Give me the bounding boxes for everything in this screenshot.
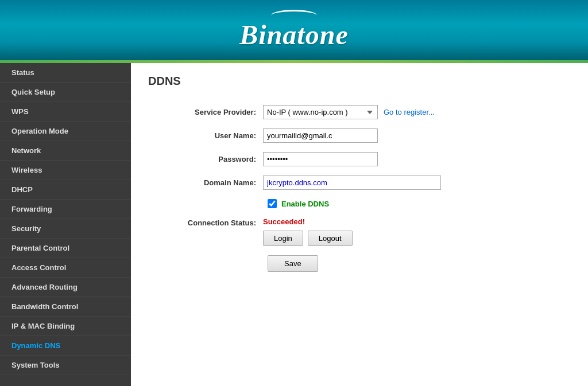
sidebar-item-forwarding[interactable]: Forwarding (0, 200, 131, 219)
sidebar-item-bandwidth-control[interactable]: Bandwidth Control (0, 297, 131, 317)
sidebar: Status Quick Setup WPS Operation Mode Ne… (0, 63, 131, 386)
sidebar-item-access-control[interactable]: Access Control (0, 258, 131, 278)
service-provider-label: Service Provider: (171, 108, 263, 116)
sidebar-item-system-tools[interactable]: System Tools (0, 356, 131, 375)
username-input[interactable] (263, 128, 378, 143)
password-row: Password: (171, 152, 571, 166)
save-button[interactable]: Save (268, 255, 318, 272)
connection-status-block: Succeeded! Login Logout (263, 217, 353, 246)
password-input[interactable] (263, 152, 378, 166)
sidebar-item-dhcp[interactable]: DHCP (0, 180, 131, 200)
service-provider-select[interactable]: No-IP ( www.no-ip.com ) (263, 105, 378, 119)
password-control (263, 152, 378, 166)
sidebar-item-parental-control[interactable]: Parental Control (0, 239, 131, 258)
domain-name-label: Domain Name: (171, 178, 263, 187)
domain-name-row: Domain Name: (171, 176, 571, 190)
save-row: Save (268, 255, 571, 272)
login-button[interactable]: Login (263, 231, 303, 246)
sidebar-item-security[interactable]: Security (0, 219, 131, 239)
sidebar-item-wireless[interactable]: Wireless (0, 161, 131, 180)
sidebar-item-status[interactable]: Status (0, 63, 131, 83)
header: Binatone (0, 0, 588, 60)
main-layout: Status Quick Setup WPS Operation Mode Ne… (0, 63, 588, 386)
logout-button[interactable]: Logout (308, 231, 353, 246)
connection-status-label: Connection Status: (171, 217, 263, 227)
sidebar-item-quick-setup[interactable]: Quick Setup (0, 83, 131, 102)
enable-ddns-label: Enable DDNS (281, 200, 329, 208)
logo: Binatone (239, 10, 348, 50)
enable-ddns-checkbox[interactable] (268, 199, 277, 208)
service-provider-row: Service Provider: No-IP ( www.no-ip.com … (171, 105, 571, 119)
sidebar-item-advanced-routing[interactable]: Advanced Routing (0, 278, 131, 297)
sidebar-item-ip-mac-binding[interactable]: IP & MAC Binding (0, 317, 131, 336)
enable-ddns-row: Enable DDNS (268, 199, 571, 208)
password-label: Password: (171, 155, 263, 163)
main-content: DDNS Service Provider: No-IP ( www.no-ip… (131, 63, 588, 386)
sidebar-item-network[interactable]: Network (0, 141, 131, 161)
username-control (263, 128, 378, 143)
service-provider-control: No-IP ( www.no-ip.com ) Go to register..… (263, 105, 435, 119)
sidebar-item-wps[interactable]: WPS (0, 102, 131, 122)
connection-status-row: Connection Status: Succeeded! Login Logo… (171, 217, 571, 246)
logo-text: Binatone (239, 19, 348, 50)
domain-name-input[interactable] (263, 176, 441, 190)
username-label: User Name: (171, 131, 263, 140)
domain-name-control (263, 176, 441, 190)
ddns-form: Service Provider: No-IP ( www.no-ip.com … (171, 105, 571, 272)
username-row: User Name: (171, 128, 571, 143)
connection-status-value: Succeeded! (263, 217, 353, 226)
connection-buttons: Login Logout (263, 231, 353, 246)
sidebar-item-dynamic-dns[interactable]: Dynamic DNS (0, 336, 131, 356)
go-register-link[interactable]: Go to register... (384, 108, 435, 116)
sidebar-item-operation-mode[interactable]: Operation Mode (0, 122, 131, 141)
page-title: DDNS (148, 75, 571, 91)
